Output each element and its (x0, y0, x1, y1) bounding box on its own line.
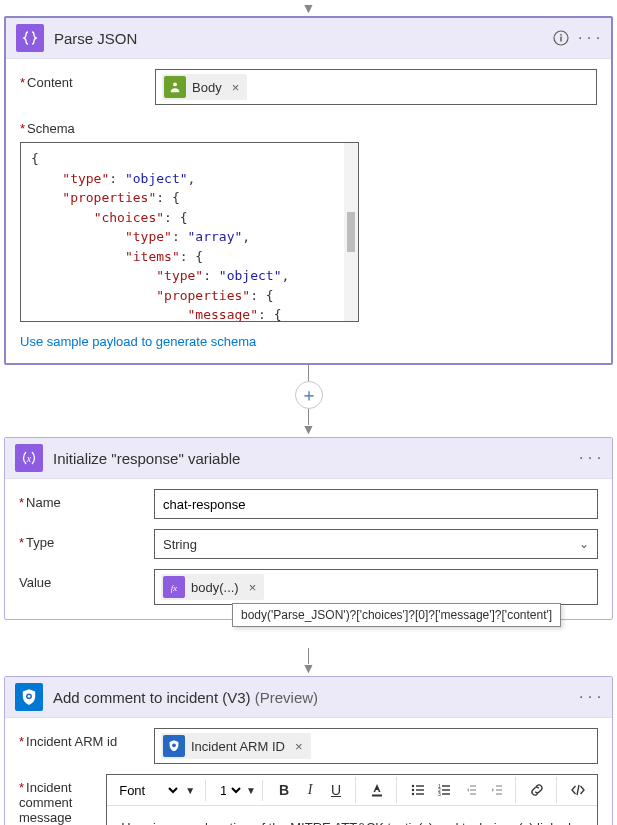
chevron-down-icon: ▼ (246, 785, 256, 796)
chevron-down-icon: ⌄ (579, 537, 589, 551)
svg-rect-24 (470, 793, 476, 794)
card-title: Parse JSON (54, 30, 549, 47)
connector-1: ＋ ▼ (4, 365, 613, 437)
content-input[interactable]: Body × (155, 69, 597, 105)
schema-code: { "type": "object", "properties": { "cho… (31, 149, 352, 322)
add-comment-card[interactable]: Add comment to incident (V3) (Preview) ·… (4, 676, 613, 825)
add-step-button[interactable]: ＋ (295, 381, 323, 409)
sentinel-token-icon (163, 735, 185, 757)
indent-button[interactable] (483, 777, 509, 803)
svg-rect-20 (442, 789, 450, 790)
remove-token-icon[interactable]: × (291, 739, 307, 754)
json-icon (16, 24, 44, 52)
svg-rect-21 (442, 793, 450, 794)
svg-rect-14 (416, 789, 424, 790)
fx-icon: fx (163, 576, 185, 598)
more-icon[interactable]: · · · (578, 685, 602, 709)
message-label: Incident comment message (19, 774, 106, 825)
more-icon[interactable]: · · · (577, 26, 601, 50)
card-header[interactable]: Parse JSON · · · (6, 18, 611, 59)
connector-in: ▼ (4, 4, 613, 16)
type-label: Type (19, 529, 154, 550)
svg-rect-13 (416, 785, 424, 786)
code-view-button[interactable] (565, 777, 591, 803)
arrow-down-icon: ▼ (302, 421, 316, 437)
italic-button[interactable]: I (297, 777, 323, 803)
svg-rect-9 (372, 795, 382, 797)
more-icon[interactable]: · · · (578, 446, 602, 470)
body-token-icon (164, 76, 186, 98)
initialize-variable-card[interactable]: x Initialize "response" variable · · · N… (4, 437, 613, 620)
svg-point-12 (412, 793, 414, 795)
svg-rect-2 (560, 34, 562, 36)
bold-button[interactable]: B (271, 777, 297, 803)
value-input[interactable]: fx body(...) × (154, 569, 598, 605)
svg-point-3 (173, 82, 177, 86)
type-select[interactable]: String ⌄ (154, 529, 598, 559)
svg-rect-25 (496, 785, 502, 786)
chevron-down-icon: ▼ (185, 785, 195, 796)
card-title: Add comment to incident (V3) (Preview) (53, 689, 578, 706)
value-label: Value (19, 569, 154, 590)
armid-label: Incident ARM id (19, 728, 154, 749)
armid-token[interactable]: Incident ARM ID × (161, 733, 311, 759)
arrow-down-icon: ▼ (302, 660, 316, 676)
content-label: Content (20, 69, 155, 90)
schema-editor[interactable]: { "type": "object", "properties": { "cho… (20, 142, 359, 322)
name-label: Name (19, 489, 154, 510)
svg-rect-1 (560, 37, 562, 42)
remove-token-icon[interactable]: × (228, 80, 244, 95)
card-title: Initialize "response" variable (53, 450, 578, 467)
svg-rect-15 (416, 793, 424, 794)
fontsize-select[interactable]: 12 (214, 780, 244, 801)
font-select[interactable]: Font (113, 780, 181, 801)
svg-rect-23 (470, 789, 476, 790)
svg-rect-26 (496, 789, 502, 790)
number-list-button[interactable]: 123 (431, 777, 457, 803)
name-input[interactable] (154, 489, 598, 519)
bullet-list-button[interactable] (405, 777, 431, 803)
connector-2: ▼ (4, 648, 613, 676)
armid-input[interactable]: Incident ARM ID × (154, 728, 598, 764)
card-header[interactable]: x Initialize "response" variable · · · (5, 438, 612, 479)
arrow-down-icon: ▼ (302, 0, 316, 16)
svg-text:x: x (26, 453, 32, 464)
remove-token-icon[interactable]: × (245, 580, 261, 595)
svg-point-11 (412, 789, 414, 791)
link-button[interactable] (524, 777, 550, 803)
expression-token[interactable]: fx body(...) × (161, 574, 264, 600)
svg-point-8 (172, 743, 176, 747)
schema-label: Schema (20, 115, 155, 136)
scrollbar[interactable] (344, 143, 358, 321)
font-color-button[interactable] (364, 777, 390, 803)
svg-point-10 (412, 785, 414, 787)
outdent-button[interactable] (457, 777, 483, 803)
svg-point-7 (28, 695, 31, 698)
svg-text:fx: fx (171, 583, 177, 593)
parse-json-card[interactable]: Parse JSON · · · Content Body × (4, 16, 613, 365)
body-token[interactable]: Body × (162, 74, 247, 100)
svg-rect-22 (470, 785, 476, 786)
sample-payload-link[interactable]: Use sample payload to generate schema (20, 334, 256, 349)
variable-icon: x (15, 444, 43, 472)
underline-button[interactable]: U (323, 777, 349, 803)
info-icon[interactable] (549, 26, 573, 50)
sentinel-icon (15, 683, 43, 711)
rich-editor[interactable]: Font ▼ 12 ▼ B I U (106, 774, 598, 825)
editor-body[interactable]: Here is an explanation of the MITRE ATT&… (107, 806, 597, 825)
card-header[interactable]: Add comment to incident (V3) (Preview) ·… (5, 677, 612, 718)
svg-rect-27 (496, 793, 502, 794)
expression-tooltip: body('Parse_JSON')?['choices']?[0]?['mes… (232, 603, 561, 627)
svg-text:3: 3 (438, 791, 441, 797)
svg-rect-19 (442, 785, 450, 786)
editor-toolbar: Font ▼ 12 ▼ B I U (107, 775, 597, 806)
